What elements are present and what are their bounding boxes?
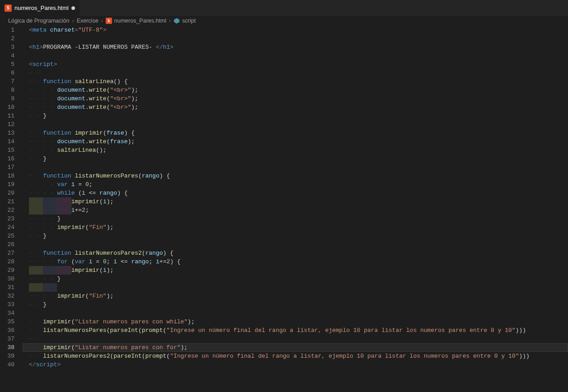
code-line[interactable]: · · · · document.write("<br>"); <box>23 86 568 94</box>
line-number: 15 <box>0 146 14 154</box>
tab-bar: 5 numeros_Pares.html <box>0 0 568 16</box>
code-line[interactable]: · · · · · · imprimir(i); <box>23 197 568 206</box>
line-number: 32 <box>0 292 14 300</box>
line-number: 9 <box>0 94 14 103</box>
line-number-gutter: 1234567891011121314151617181920212223242… <box>0 26 23 392</box>
line-number: 14 <box>0 137 14 146</box>
code-line[interactable]: · · · · var i = 0; <box>23 180 568 189</box>
code-line[interactable] <box>23 163 568 172</box>
code-line[interactable]: <script> <box>23 60 568 69</box>
code-line[interactable]: · · · · document.write("<br>"); <box>23 94 568 103</box>
code-line[interactable]: </script> <box>23 360 568 369</box>
line-number: 24 <box>0 223 14 232</box>
code-line[interactable]: · · <box>23 335 568 343</box>
line-number: 33 <box>0 300 14 309</box>
chevron-right-icon: › <box>101 18 103 24</box>
code-line[interactable]: · · } <box>23 112 568 120</box>
line-number: 25 <box>0 232 14 240</box>
line-number: 6 <box>0 69 14 77</box>
code-line[interactable]: · · · · · · imprimir(i); <box>23 266 568 275</box>
line-number: 4 <box>0 51 14 60</box>
line-number: 40 <box>0 360 14 369</box>
code-line[interactable]: · · function imprimir(frase) { <box>23 129 568 137</box>
code-line[interactable]: · · listarNumerosPares(parseInt(prompt("… <box>23 326 568 335</box>
code-line[interactable] <box>23 51 568 60</box>
line-number: 10 <box>0 103 14 112</box>
tab-numeros-pares[interactable]: 5 numeros_Pares.html <box>0 0 80 16</box>
code-line[interactable]: · · · · <box>23 283 568 292</box>
breadcrumb-item[interactable]: 5 numeros_Pares.html <box>106 18 166 24</box>
line-number: 38 <box>0 343 14 352</box>
line-number: 39 <box>0 352 14 360</box>
code-line[interactable]: · · · · saltarLinea(); <box>23 146 568 154</box>
line-number: 8 <box>0 86 14 94</box>
breadcrumb: Lógica de Programación › Exercise › 5 nu… <box>0 16 568 26</box>
code-line[interactable]: · · function saltarLinea() { <box>23 77 568 86</box>
line-number: 34 <box>0 309 14 317</box>
breadcrumb-item[interactable]: Exercise <box>77 18 99 24</box>
line-number: 26 <box>0 240 14 249</box>
code-line[interactable]: · · <box>23 69 568 77</box>
code-line[interactable]: · · · · document.write(frase); <box>23 137 568 146</box>
chevron-right-icon: › <box>72 18 74 24</box>
code-line[interactable] <box>23 240 568 249</box>
line-number: 16 <box>0 154 14 163</box>
line-number: 20 <box>0 189 14 197</box>
breadcrumb-item[interactable]: Lógica de Programación <box>8 18 70 24</box>
line-number: 12 <box>0 120 14 129</box>
code-line[interactable]: · · · · for (var i = 0; i <= rango; i+=2… <box>23 257 568 266</box>
code-line[interactable]: · · · · } <box>23 275 568 283</box>
code-line[interactable]: · · · · imprimir("Fin"); <box>23 292 568 300</box>
code-line[interactable]: · · } <box>23 232 568 240</box>
code-line[interactable]: · · function listarNumerosPares(rango) { <box>23 172 568 180</box>
line-number: 1 <box>0 26 14 34</box>
code-line[interactable]: · · imprimir("Listar numeros pares con f… <box>23 343 568 352</box>
breadcrumb-item[interactable]: script <box>174 18 196 24</box>
line-number: 35 <box>0 317 14 326</box>
line-number: 7 <box>0 77 14 86</box>
code-line[interactable] <box>23 120 568 129</box>
code-area[interactable]: <meta charset="UTF-8"><h1>PROGRAMA -LIST… <box>23 26 568 392</box>
code-editor[interactable]: 1234567891011121314151617181920212223242… <box>0 26 568 392</box>
line-number: 22 <box>0 206 14 215</box>
line-number: 37 <box>0 335 14 343</box>
code-line[interactable]: · · } <box>23 300 568 309</box>
line-number: 11 <box>0 112 14 120</box>
code-line[interactable] <box>23 34 568 43</box>
code-line[interactable]: · · · · } <box>23 215 568 223</box>
code-line[interactable]: · · imprimir("Listar numeros pares con w… <box>23 317 568 326</box>
line-number: 29 <box>0 266 14 275</box>
code-line[interactable]: · · · · · · i+=2; <box>23 206 568 215</box>
line-number: 30 <box>0 275 14 283</box>
line-number: 3 <box>0 43 14 51</box>
line-number: 21 <box>0 197 14 206</box>
symbol-icon <box>174 18 180 24</box>
line-number: 27 <box>0 249 14 257</box>
line-number: 31 <box>0 283 14 292</box>
line-number: 19 <box>0 180 14 189</box>
line-number: 28 <box>0 257 14 266</box>
html5-icon: 5 <box>106 18 112 24</box>
chevron-right-icon: › <box>169 18 171 24</box>
code-line[interactable]: · · · · while (i <= rango) { <box>23 189 568 197</box>
line-number: 5 <box>0 60 14 69</box>
line-number: 13 <box>0 129 14 137</box>
modified-indicator-icon <box>71 6 75 10</box>
line-number: 36 <box>0 326 14 335</box>
code-line[interactable]: · · function listarNumerosPares2(rango) … <box>23 249 568 257</box>
code-line[interactable] <box>23 309 568 317</box>
code-line[interactable]: · · } <box>23 154 568 163</box>
line-number: 2 <box>0 34 14 43</box>
line-number: 17 <box>0 163 14 172</box>
code-line[interactable]: · · · · imprimir("Fin"); <box>23 223 568 232</box>
tab-filename: numeros_Pares.html <box>14 5 69 11</box>
html5-icon: 5 <box>5 5 12 12</box>
line-number: 23 <box>0 215 14 223</box>
code-line[interactable]: <h1>PROGRAMA -LISTAR NUMEROS PARES- </h1… <box>23 43 568 51</box>
code-line[interactable]: <meta charset="UTF-8"> <box>23 26 568 34</box>
line-number: 18 <box>0 172 14 180</box>
code-line[interactable]: · · listarNumerosPares2(parseInt(prompt(… <box>23 352 568 360</box>
code-line[interactable]: · · · · document.write("<br>"); <box>23 103 568 112</box>
